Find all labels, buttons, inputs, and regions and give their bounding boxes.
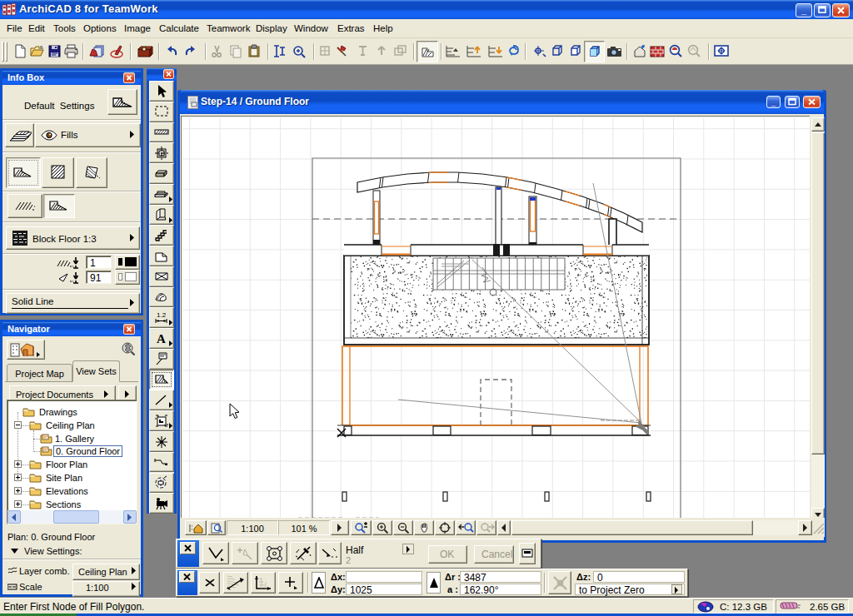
svg-text:1.2: 1.2 — [157, 311, 167, 319]
svg-text:A: A — [157, 332, 166, 345]
